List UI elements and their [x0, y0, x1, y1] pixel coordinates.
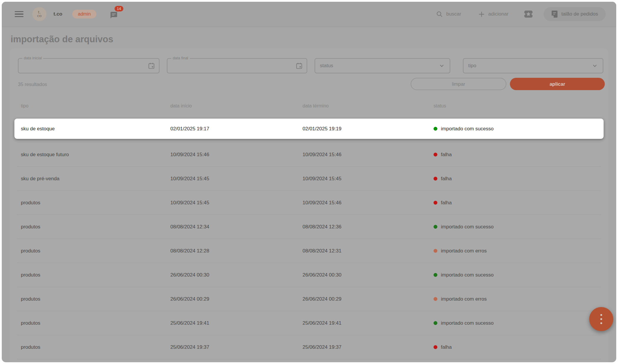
brand-label: t.co	[53, 11, 62, 17]
cell-data-termino: 08/08/2024 12:36	[303, 224, 434, 230]
menu-icon[interactable]	[15, 11, 23, 17]
avatar-text-line2: co	[37, 14, 41, 18]
cell-data-inicio: 08/08/2024 12:28	[170, 248, 303, 254]
status-dot-icon	[434, 201, 437, 205]
table-header: tipo data início data término status	[17, 102, 601, 110]
cell-tipo: produtos	[21, 320, 170, 326]
page-title: importação de arquivos	[11, 34, 113, 45]
cell-data-termino: 10/09/2024 15:45	[303, 176, 434, 182]
search-button[interactable]: buscar	[436, 11, 461, 18]
cell-data-inicio: 10/09/2024 15:46	[170, 152, 303, 158]
cell-status: importado com sucesso	[434, 320, 601, 326]
chevron-down-icon	[439, 63, 445, 69]
plus-icon	[478, 11, 485, 18]
status-dot-icon	[434, 297, 437, 301]
status-dot-icon	[434, 153, 437, 156]
cell-data-termino: 25/06/2024 19:41	[303, 320, 434, 326]
cell-tipo: produtos	[21, 272, 170, 278]
table-row[interactable]: sku de estoque futuro10/09/2024 15:4610/…	[17, 143, 601, 167]
status-select[interactable]: status	[315, 58, 450, 73]
more-actions-fab[interactable]	[589, 307, 613, 331]
cell-data-inicio: 02/01/2025 19:17	[170, 126, 303, 132]
type-select[interactable]: tipo	[463, 58, 603, 73]
cell-tipo: sku de estoque	[21, 126, 170, 132]
app-header: t. co t.co admin 14 buscar adicionar	[2, 2, 616, 26]
cell-data-inicio: 25/06/2024 19:41	[170, 320, 303, 326]
search-label: buscar	[446, 11, 461, 17]
order-pad-button[interactable]: talão de pedidos	[544, 7, 606, 21]
cell-tipo: produtos	[21, 248, 170, 254]
start-date-label: data inicial	[22, 56, 43, 60]
status-label: importado com sucesso	[441, 224, 494, 230]
status-dot-icon	[434, 225, 437, 229]
table-row[interactable]: produtos10/09/2024 15:4510/09/2024 15:46…	[17, 191, 601, 215]
apply-button[interactable]: aplicar	[510, 78, 605, 90]
start-date-input[interactable]: data inicial	[18, 58, 159, 73]
status-dot-icon	[434, 177, 437, 181]
cell-data-termino: 26/06/2024 00:29	[303, 296, 434, 302]
cell-status: falha	[434, 152, 601, 158]
column-header-status: status	[434, 103, 601, 109]
table-body: sku de estoque02/01/2025 19:1702/01/2025…	[17, 118, 601, 362]
cell-data-termino: 25/06/2024 19:37	[303, 344, 434, 350]
end-date-input[interactable]: data final	[167, 58, 307, 73]
status-label: falha	[441, 200, 452, 206]
favorites-button[interactable]	[524, 10, 533, 18]
table-row[interactable]: sku de estoque02/01/2025 19:1702/01/2025…	[17, 119, 601, 143]
calendar-icon[interactable]	[148, 62, 155, 70]
clear-button[interactable]: limpar	[411, 78, 506, 90]
cell-data-termino: 02/01/2025 19:19	[303, 126, 434, 132]
order-pad-label: talão de pedidos	[561, 11, 598, 17]
kebab-menu-icon	[600, 314, 602, 324]
avatar[interactable]: t. co	[32, 7, 46, 21]
content-card: data inicial data final status	[10, 49, 608, 362]
chat-button[interactable]: 14	[110, 11, 118, 19]
status-dot-icon	[434, 345, 437, 349]
table-row[interactable]: produtos08/08/2024 12:2808/08/2024 12:31…	[17, 239, 601, 263]
cell-data-inicio: 10/09/2024 15:45	[170, 200, 303, 206]
cell-data-inicio: 25/06/2024 19:37	[170, 344, 303, 350]
cell-status: importado com erros	[434, 296, 601, 302]
cell-data-inicio: 10/09/2024 15:45	[170, 176, 303, 182]
status-label: falha	[441, 152, 452, 158]
chat-icon	[110, 11, 118, 19]
type-select-label: tipo	[468, 63, 476, 69]
cell-status: importado com erros	[434, 248, 601, 254]
column-header-data-inicio: data início	[170, 103, 303, 109]
chevron-down-icon	[592, 63, 598, 69]
cell-data-termino: 10/09/2024 15:46	[303, 152, 434, 158]
table-row[interactable]: produtos26/06/2024 00:3026/06/2024 00:30…	[17, 263, 601, 287]
cell-tipo: produtos	[21, 344, 170, 350]
status-dot-icon	[434, 273, 437, 277]
admin-badge: admin	[72, 10, 96, 18]
cell-data-termino: 10/09/2024 15:46	[303, 200, 434, 206]
table-row[interactable]: produtos25/06/2024 19:4125/06/2024 19:41…	[17, 311, 601, 335]
notification-count-badge: 14	[115, 6, 123, 11]
table-row[interactable]: sku de pré-venda10/09/2024 15:4510/09/20…	[17, 167, 601, 191]
star-ticket-icon	[524, 10, 533, 18]
status-dot-icon	[434, 249, 437, 253]
cell-status: importado com sucesso	[434, 224, 601, 230]
cell-status: falha	[434, 176, 601, 182]
status-label: falha	[441, 176, 452, 182]
cell-data-termino: 26/06/2024 00:30	[303, 272, 434, 278]
add-button[interactable]: adicionar	[478, 11, 508, 18]
cell-status: falha	[434, 344, 601, 350]
status-select-label: status	[320, 63, 333, 69]
cell-data-termino: 08/08/2024 12:31	[303, 248, 434, 254]
cell-tipo: produtos	[21, 296, 170, 302]
end-date-label: data final	[171, 56, 190, 60]
calendar-icon[interactable]	[295, 62, 303, 70]
cell-data-inicio: 26/06/2024 00:30	[170, 272, 303, 278]
table-row[interactable]: produtos08/08/2024 12:3408/08/2024 12:36…	[17, 215, 601, 239]
cell-data-inicio: 08/08/2024 12:34	[170, 224, 303, 230]
cell-tipo: sku de estoque futuro	[21, 152, 170, 158]
status-dot-icon	[434, 321, 437, 325]
table-row[interactable]: produtos26/06/2024 00:2926/06/2024 00:29…	[17, 287, 601, 311]
cell-status: importado com sucesso	[434, 272, 601, 278]
table-row[interactable]: produtos25/06/2024 19:3725/06/2024 19:37…	[17, 335, 601, 359]
status-dot-icon	[434, 127, 437, 131]
status-label: importado com sucesso	[441, 320, 494, 326]
receipt-icon	[551, 10, 558, 18]
column-header-tipo: tipo	[21, 103, 170, 109]
